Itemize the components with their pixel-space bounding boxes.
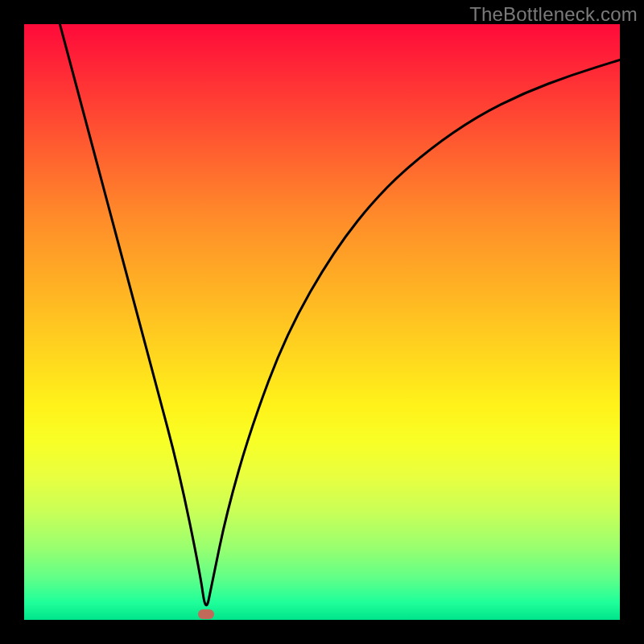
- optimal-point-marker: [198, 609, 214, 619]
- chart-frame: TheBottleneck.com: [0, 0, 644, 644]
- bottleneck-curve: [60, 24, 620, 605]
- watermark-text: TheBottleneck.com: [469, 3, 638, 26]
- curve-layer: [24, 24, 620, 620]
- plot-area: [24, 24, 620, 620]
